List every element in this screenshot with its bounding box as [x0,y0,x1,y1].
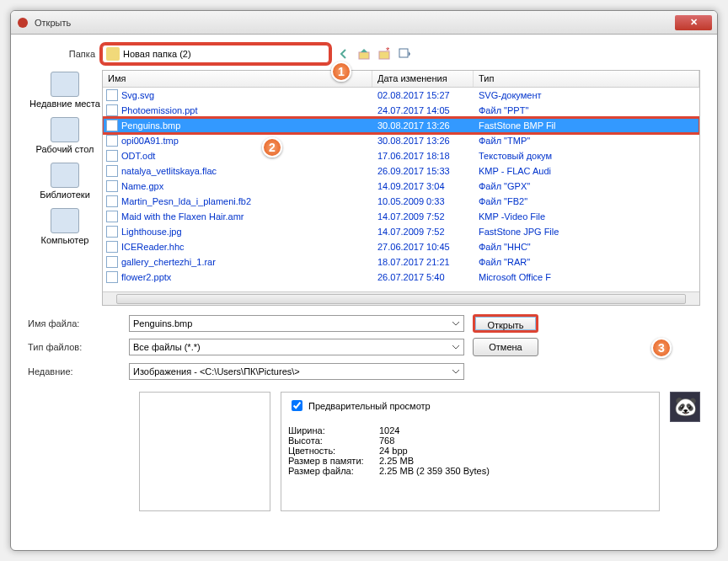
open-button[interactable]: Открыть [473,314,538,333]
file-icon [106,89,118,101]
file-row[interactable]: Svg.svg02.08.2017 15:27SVG-документ [103,88,699,103]
horizontal-scrollbar[interactable] [103,291,699,305]
preview-checkbox[interactable] [292,400,302,411]
svg-point-0 [18,18,28,28]
recent-label: Недавние: [28,366,129,377]
sidebar-computer[interactable]: Компьютер [40,206,91,247]
window-title: Открыть [35,18,675,28]
sidebar-recent-places[interactable]: Недавние места [28,70,102,110]
recent-combo[interactable]: Изображения - <C:\Users\ПК\Pictures\> [129,363,464,380]
titlebar: Открыть ✕ [11,11,717,35]
folder-label: Папка [28,49,102,59]
sidebar-libraries[interactable]: Библиотеки [38,161,92,201]
file-icon [106,104,118,116]
svg-rect-1 [359,52,369,59]
file-icon [106,150,118,162]
chevron-down-icon [450,318,462,329]
filetype-label: Тип файлов: [28,342,129,352]
chevron-down-icon [450,366,462,377]
file-row[interactable]: ICEReader.hhc27.06.2017 10:45Файл "HHC" [103,239,699,254]
file-list: Имя Дата изменения Тип Svg.svg02.08.2017… [102,70,700,306]
file-icon [106,165,118,177]
file-icon [106,256,118,268]
file-row[interactable]: Martin_Pesn_lda_i_plameni.fb210.05.2009 … [103,194,699,209]
up-icon[interactable] [356,46,372,61]
folder-combo[interactable]: Новая папка (2) [102,45,329,63]
svg-rect-4 [399,49,408,57]
file-icon [106,271,118,283]
file-row[interactable]: opi00A91.tmp30.08.2017 13:26Файл "TMP" [103,133,699,148]
file-row[interactable]: natalya_vetlitskaya.flac26.09.2017 15:33… [103,163,699,179]
file-row[interactable]: Penguins.bmp30.08.2017 13:26FastStone BM… [103,118,699,133]
file-row[interactable]: Lighthouse.jpg14.07.2009 7:52FastStone J… [103,224,699,239]
file-icon [106,241,118,253]
column-type[interactable]: Тип [474,71,699,87]
file-icon [106,120,118,131]
file-row[interactable]: gallery_chertezhi_1.rar18.07.2017 21:21Ф… [103,254,699,270]
close-button[interactable]: ✕ [675,15,712,30]
app-icon [16,16,29,29]
svg-text:*: * [386,47,390,56]
file-icon [106,226,118,238]
folder-name: Новая папка (2) [123,49,191,59]
file-row[interactable]: Name.gpx14.09.2017 3:04Файл "GPX" [103,179,699,194]
places-sidebar: Недавние места Рабочий стол Библиотеки К… [28,70,102,306]
view-icon[interactable] [397,46,412,61]
app-logo-icon: 🐼 [670,392,700,422]
file-icon [106,135,118,147]
callout-2: 2 [262,137,282,158]
filetype-combo[interactable]: Все файлы (*.*) [129,339,464,355]
column-date[interactable]: Дата изменения [372,71,474,87]
chevron-down-icon [450,341,462,353]
file-icon [106,195,118,207]
filename-combo[interactable]: Penguins.bmp [129,315,464,332]
new-folder-icon[interactable]: * [377,46,392,61]
file-icon [106,211,118,222]
file-row[interactable]: Photoemission.ppt24.07.2017 14:05Файл "P… [103,103,699,118]
preview-thumbnail [139,392,270,511]
cancel-button[interactable]: Отмена [473,338,538,356]
folder-icon [106,47,120,61]
back-icon[interactable] [336,46,351,61]
callout-1: 1 [331,61,351,82]
filename-label: Имя файла: [28,318,129,329]
callout-3: 3 [651,338,672,358]
file-row[interactable]: ODT.odt17.06.2017 18:18Текстовый докум [103,148,699,163]
preview-info: Предварительный просмотр Ширина:1024Высо… [281,392,660,511]
file-row[interactable]: flower2.pptx26.07.2017 5:40Microsoft Off… [103,270,699,285]
open-dialog: Открыть ✕ Папка Новая папка (2) * 1 Неда… [10,10,718,551]
file-row[interactable]: Maid with the Flaxen Hair.amr14.07.2009 … [103,209,699,224]
sidebar-desktop[interactable]: Рабочий стол [34,115,95,156]
file-icon [106,180,118,192]
